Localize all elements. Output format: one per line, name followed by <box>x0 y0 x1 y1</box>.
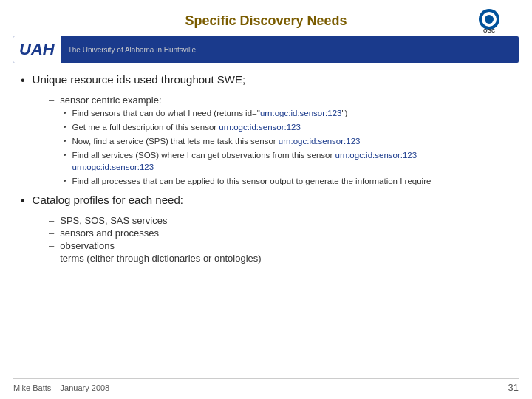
dash-1: – <box>49 95 54 106</box>
catalog-label-2: sensors and processes <box>60 228 159 239</box>
page-title: Specific Discovery Needs <box>185 13 347 29</box>
sub-sub-items: • Find sensors that can do what I need (… <box>64 107 511 188</box>
svg-text:OGC: OGC <box>483 28 495 33</box>
ss1-text: Find sensors that can do what I need (re… <box>72 107 348 119</box>
dash-cat-4: – <box>49 253 54 264</box>
ss2-text: Get me a full description of this sensor… <box>72 121 301 133</box>
list-item: • Find all processes that can be applied… <box>64 175 511 187</box>
sub-item-sensor: – sensor centric example: <box>49 95 511 106</box>
header: Specific Discovery Needs OGC Open GIS Co… <box>0 0 532 36</box>
main-bullet-1: • Unique resource ids used throughout SW… <box>21 73 511 87</box>
uah-logo-box: UAH <box>13 36 61 63</box>
ogc-logo: OGC Open GIS Consortium, Inc. <box>460 6 519 35</box>
footer-author: Mike Batts – January 2008 <box>13 383 109 392</box>
sub-text-sensor: sensor centric example: <box>60 95 161 106</box>
bullet-dot-1: • <box>21 74 25 87</box>
catalog-label-4: terms (either through dictionaries or on… <box>60 253 261 264</box>
uah-logo-text: UAH <box>19 40 55 59</box>
catalog-label-1: SPS, SOS, SAS services <box>60 215 167 226</box>
bullet-dot-2: • <box>21 194 25 208</box>
footer-page-number: 31 <box>508 382 519 393</box>
catalog-sub-items: – SPS, SOS, SAS services – sensors and p… <box>49 215 511 264</box>
bullet-text-2: Catalog profiles for each need: <box>33 194 183 206</box>
catalog-item-2: – sensors and processes <box>49 228 511 239</box>
list-item: • Get me a full description of this sens… <box>64 121 511 133</box>
main-bullet-2: • Catalog profiles for each need: <box>21 194 511 208</box>
uah-subtitle: The University of Alabama in Huntsville <box>61 46 196 54</box>
ss4-text: Find all services (SOS) where I can get … <box>72 149 417 173</box>
main-content: • Unique resource ids used throughout SW… <box>0 73 532 264</box>
catalog-item-4: – terms (either through dictionaries or … <box>49 253 511 264</box>
uah-banner: UAH The University of Alabama in Huntsvi… <box>13 36 519 63</box>
small-dot-5: • <box>64 177 66 185</box>
sub-items-sensor: – sensor centric example: • Find sensors… <box>49 95 511 188</box>
dash-cat-3: – <box>49 240 54 251</box>
list-item: • Now, find a service (SPS) that lets me… <box>64 135 511 147</box>
small-dot-3: • <box>64 137 66 145</box>
catalog-item-1: – SPS, SOS, SAS services <box>49 215 511 226</box>
list-item: • Find all services (SOS) where I can ge… <box>64 149 511 173</box>
small-dot-1: • <box>64 109 66 117</box>
dash-cat-2: – <box>49 228 54 239</box>
small-dot-2: • <box>64 123 66 131</box>
catalog-label-3: observations <box>60 240 115 251</box>
bullet-text-1: Unique resource ids used throughout SWE; <box>33 73 246 86</box>
catalog-item-3: – observations <box>49 240 511 251</box>
list-item: • Find sensors that can do what I need (… <box>64 107 511 119</box>
small-dot-4: • <box>64 151 66 159</box>
ss5-text: Find all processes that can be applied t… <box>72 175 432 187</box>
dash-cat-1: – <box>49 215 54 226</box>
svg-point-3 <box>485 15 494 24</box>
ss3-text: Now, find a service (SPS) that lets me t… <box>72 135 361 147</box>
footer: Mike Batts – January 2008 31 <box>13 378 519 393</box>
svg-text:Open GIS Consortium, Inc.: Open GIS Consortium, Inc. <box>467 34 511 35</box>
